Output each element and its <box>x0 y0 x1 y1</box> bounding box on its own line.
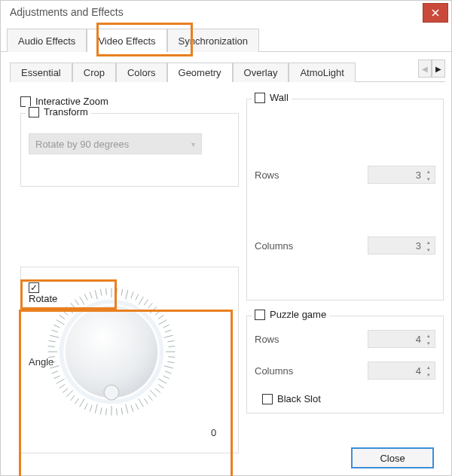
svg-line-12 <box>158 320 166 325</box>
svg-line-8 <box>148 303 153 308</box>
spinner-up-icon[interactable]: ▴ <box>424 168 433 175</box>
subtab-colors[interactable]: Colors <box>116 63 167 82</box>
svg-line-63 <box>66 307 73 313</box>
spinner-buttons: ▴ ▾ <box>424 364 433 378</box>
svg-line-59 <box>53 325 60 328</box>
svg-line-5 <box>136 294 139 300</box>
svg-line-67 <box>84 294 87 300</box>
svg-line-46 <box>63 389 68 393</box>
svg-line-29 <box>144 398 148 404</box>
subtab-atmolight[interactable]: AtmoLight <box>289 63 356 82</box>
close-button[interactable]: Close <box>351 447 434 468</box>
chevron-down-icon: ▾ <box>191 140 195 148</box>
subtab-scroll-right[interactable]: ▶ <box>432 60 445 78</box>
sub-tab-row: Essential Crop Colors Geometry Overlay A… <box>10 60 445 82</box>
transform-label: Transform <box>44 106 88 117</box>
svg-line-47 <box>60 384 65 388</box>
svg-line-14 <box>165 330 171 332</box>
transform-group: Transform Rotate by 90 degrees ▾ <box>20 113 239 187</box>
wall-legend[interactable]: Wall <box>252 92 292 103</box>
spinner-down-icon[interactable]: ▾ <box>424 340 433 346</box>
puzzle-rows-value: 4 <box>416 334 421 345</box>
wall-label: Wall <box>270 92 289 103</box>
svg-line-26 <box>155 389 160 393</box>
svg-line-6 <box>139 297 143 305</box>
subtab-scroll-left[interactable]: ◀ <box>418 60 432 78</box>
svg-line-11 <box>158 315 163 319</box>
checkbox-icon <box>255 93 265 103</box>
wall-columns-value: 3 <box>416 240 421 252</box>
transform-legend[interactable]: Transform <box>26 106 91 117</box>
spinner-down-icon[interactable]: ▾ <box>424 175 433 182</box>
angle-dial[interactable] <box>44 284 179 420</box>
spinner-up-icon[interactable]: ▴ <box>424 332 433 339</box>
svg-point-75 <box>104 385 119 400</box>
svg-line-57 <box>50 335 59 337</box>
svg-line-9 <box>150 307 157 313</box>
svg-line-13 <box>163 325 169 328</box>
bottom-bar: Close <box>351 447 434 468</box>
checkbox-icon <box>29 107 39 117</box>
svg-line-27 <box>150 390 157 397</box>
black-slot-label: Black Slot <box>277 393 321 404</box>
svg-line-23 <box>163 376 169 379</box>
spinner-buttons: ▴ ▾ <box>424 239 433 253</box>
svg-line-19 <box>168 357 175 358</box>
svg-line-24 <box>158 379 166 383</box>
svg-line-28 <box>148 395 153 401</box>
svg-line-40 <box>90 405 92 411</box>
wall-rows-value: 3 <box>416 169 421 181</box>
wall-rows-row: Rows 3 ▴ ▾ <box>255 166 435 184</box>
checkbox-icon <box>29 282 39 293</box>
top-tab-row: Audio Effects Video Effects Synchronizat… <box>1 23 451 52</box>
close-button-label: Close <box>380 453 405 464</box>
sub-tab-container: Essential Crop Colors Geometry Overlay A… <box>1 52 451 459</box>
black-slot-checkbox[interactable]: Black Slot <box>262 393 435 404</box>
svg-line-20 <box>167 362 174 363</box>
subtab-crop[interactable]: Crop <box>72 63 116 82</box>
checkbox-icon <box>255 310 265 320</box>
subtab-essential[interactable]: Essential <box>10 63 72 82</box>
tab-audio-effects[interactable]: Audio Effects <box>7 29 87 52</box>
svg-line-55 <box>48 346 55 347</box>
tab-video-effects[interactable]: Video Effects <box>87 29 166 52</box>
wall-columns-spinner[interactable]: 3 ▴ ▾ <box>368 236 435 255</box>
puzzle-legend[interactable]: Puzzle game <box>252 309 329 320</box>
subtab-overlay[interactable]: Overlay <box>233 63 289 82</box>
wall-columns-label: Columns <box>255 240 293 252</box>
svg-line-48 <box>56 379 65 383</box>
puzzle-rows-spinner[interactable]: 4 ▴ ▾ <box>368 330 435 348</box>
window-close-button[interactable] <box>423 3 448 23</box>
spinner-down-icon[interactable]: ▾ <box>424 371 433 378</box>
svg-line-61 <box>60 315 65 319</box>
angle-zero-label: 0 <box>211 427 216 438</box>
puzzle-rows-label: Rows <box>255 334 279 345</box>
spinner-up-icon[interactable]: ▴ <box>424 239 433 246</box>
svg-line-39 <box>95 404 97 413</box>
svg-line-37 <box>106 408 107 415</box>
svg-line-62 <box>63 311 68 316</box>
svg-line-41 <box>84 403 87 409</box>
right-column: Wall Rows 3 ▴ ▾ <box>246 96 444 413</box>
wall-columns-row: Columns 3 ▴ ▾ <box>255 236 435 255</box>
subtab-scrollers: ◀ ▶ <box>418 60 445 78</box>
svg-line-53 <box>48 357 55 358</box>
tab-synchronization[interactable]: Synchronization <box>167 29 260 52</box>
checkbox-icon <box>20 96 31 107</box>
interactive-zoom-checkbox[interactable]: Interactive Zoom <box>20 96 239 107</box>
spinner-down-icon[interactable]: ▾ <box>424 246 433 253</box>
svg-line-15 <box>164 335 173 337</box>
subtab-geometry[interactable]: Geometry <box>167 63 233 82</box>
transform-dropdown[interactable]: Rotate by 90 degrees ▾ <box>29 133 202 154</box>
transform-dropdown-value: Rotate by 90 degrees <box>35 139 129 150</box>
svg-line-38 <box>100 407 102 414</box>
svg-line-33 <box>126 404 128 413</box>
spinner-up-icon[interactable]: ▴ <box>424 364 433 371</box>
wall-rows-spinner[interactable]: 3 ▴ ▾ <box>368 166 435 184</box>
svg-line-21 <box>164 366 173 368</box>
svg-line-64 <box>71 303 75 308</box>
puzzle-columns-spinner[interactable]: 4 ▴ ▾ <box>368 362 435 380</box>
checkbox-icon <box>262 394 273 404</box>
svg-line-68 <box>90 292 92 298</box>
svg-line-10 <box>155 311 160 316</box>
